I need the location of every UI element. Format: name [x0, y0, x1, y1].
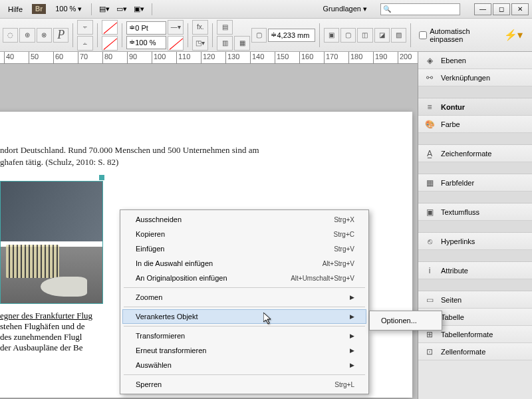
menu-item[interactable]: Verankertes Objekt▶ — [122, 309, 366, 324]
stroke-weight-input[interactable]: ≑ 0 Pt — [126, 21, 166, 35]
panel-item[interactable]: ▭Seiten — [418, 291, 532, 309]
corner-icon[interactable]: ◳▾ — [192, 36, 208, 51]
panel-label: Zellenformate — [441, 348, 485, 356]
workspace-switcher[interactable]: Grundlagen ▾ — [316, 5, 374, 13]
panel-icon: ⚯ — [424, 72, 436, 84]
arrange-icon[interactable]: ▣▾ — [132, 3, 146, 16]
tool-icon[interactable]: ◌ — [3, 28, 18, 43]
panel-item[interactable]: 🎨Farbe — [418, 116, 532, 133]
submenu-arrow-icon: ▶ — [350, 362, 354, 368]
control-toolbar: ◌ ⊕ ⊗ P ⫟ ⫠ ≑ 0 Pt ≑ 100 % —▾ fx. ◳▾ ▤ ▥… — [0, 19, 532, 52]
bridge-button[interactable]: Br — [32, 4, 46, 14]
horizontal-ruler: 4050607080901001101201301401501601701801… — [0, 52, 418, 64]
search-icon: 🔍 — [383, 5, 391, 13]
panel-item[interactable]: ⊡Zellenformate — [418, 343, 532, 360]
panel-label: Farbfelder — [441, 179, 474, 187]
panel-item[interactable]: ▣Textumfluss — [418, 203, 532, 221]
menu-item[interactable]: SperrenStrg+L — [122, 377, 366, 392]
panel-label: Kontur — [441, 103, 465, 111]
panel-icon: ▣ — [424, 206, 436, 218]
menu-item[interactable]: Erneut transformieren▶ — [122, 343, 366, 358]
panel-item[interactable]: ⚯Verknüpfungen — [418, 69, 532, 86]
panel-item[interactable]: iAttribute — [418, 262, 532, 279]
frame-fitting-input[interactable]: ≑ 4,233 mm — [268, 29, 315, 42]
panel-label: Zeichenformate — [441, 150, 491, 158]
panel-icon: ≡ — [424, 101, 436, 113]
panel-label: Tabelle — [441, 313, 464, 321]
effects-icon[interactable]: fx. — [192, 20, 208, 35]
menu-item[interactable]: AusschneidenStrg+X — [122, 212, 366, 227]
title-bar: Hilfe Br 100 % ▾ ▤▾ ▭▾ ▣▾ Grundlagen ▾ 🔍… — [0, 0, 532, 19]
context-menu: AusschneidenStrg+XKopierenStrg+CEinfügen… — [120, 209, 369, 394]
anchored-image-frame[interactable] — [0, 181, 103, 304]
search-input[interactable]: 🔍 — [380, 3, 460, 15]
p-icon[interactable]: P — [53, 28, 68, 43]
panel-icon: ▦ — [424, 177, 436, 189]
zoom-level[interactable]: 100 % ▾ — [50, 5, 87, 13]
panel-item[interactable]: ▦Farbfelder — [418, 174, 532, 192]
wrap-icon[interactable]: ▦ — [234, 36, 250, 51]
fit-icon[interactable]: ▨ — [391, 28, 406, 43]
fit-icon[interactable]: ◪ — [374, 28, 390, 43]
maximize-button[interactable]: ◻ — [493, 3, 510, 15]
fit-icon[interactable]: ◫ — [357, 28, 372, 43]
submenu-arrow-icon: ▶ — [350, 332, 354, 339]
panel-label: Ebenen — [441, 57, 466, 65]
align-icon[interactable]: ⫟ — [77, 20, 93, 35]
fit-frame-icon[interactable]: ▢ — [251, 28, 267, 43]
close-button[interactable]: ✕ — [511, 3, 529, 15]
minimize-button[interactable]: — — [474, 3, 491, 15]
menu-item-options[interactable]: Optionen... — [372, 313, 440, 328]
body-text[interactable]: ndort Deutschland. Rund 70.000 Menschen … — [0, 145, 399, 156]
panel-icon: ◈ — [424, 55, 436, 66]
submenu-arrow-icon: ▶ — [350, 294, 354, 301]
submenu-arrow-icon: ▶ — [350, 347, 354, 354]
panel-label: Hyperlinks — [441, 237, 475, 245]
tool-icon[interactable]: ⊕ — [19, 28, 35, 43]
wrap-icon[interactable]: ▥ — [217, 36, 233, 51]
autofit-checkbox[interactable] — [419, 31, 427, 39]
panel-icon: ▭ — [424, 294, 436, 306]
panel-label: Seiten — [441, 296, 462, 304]
menu-item[interactable]: Transformieren▶ — [122, 329, 366, 343]
panel-label: Farbe — [441, 120, 460, 128]
no-stroke-swatch[interactable] — [102, 36, 118, 51]
panel-label: Verknüpfungen — [441, 74, 490, 82]
screen-mode-icon[interactable]: ▭▾ — [114, 3, 129, 16]
menu-item[interactable]: EinfügenStrg+V — [122, 241, 366, 256]
body-text[interactable]: ghafen tätig. (Schulz, 2010: S. 82) — [0, 157, 399, 168]
tool-icon[interactable]: ⊗ — [37, 28, 52, 43]
autofit-label: Automatisch einpassen — [430, 27, 503, 43]
menu-item[interactable]: An Originalposition einfügenAlt+Umschalt… — [122, 271, 366, 285]
scale-input[interactable]: ≑ 100 % — [126, 36, 166, 49]
menu-item[interactable]: KopierenStrg+C — [122, 227, 366, 241]
none-icon[interactable] — [168, 36, 184, 51]
context-submenu: Optionen... — [369, 311, 442, 331]
preflight-icon[interactable]: ⚡▾ — [504, 29, 523, 41]
panel-icon: A̲ — [424, 148, 436, 160]
view-options-icon[interactable]: ▤▾ — [97, 3, 112, 16]
menu-item[interactable]: Auswählen▶ — [122, 358, 366, 372]
panel-label: Tabellenformate — [441, 331, 493, 338]
panel-icon: ⊡ — [424, 346, 436, 358]
fit-icon[interactable]: ▢ — [340, 28, 356, 43]
distribute-icon[interactable]: ⫠ — [77, 36, 93, 51]
fit-icon[interactable]: ▣ — [324, 28, 339, 43]
panel-item[interactable]: ≡Kontur — [418, 98, 532, 116]
panel-item[interactable]: ◈Ebenen — [418, 52, 532, 69]
wrap-icon[interactable]: ▤ — [217, 20, 233, 35]
panels-dock: ◈Ebenen⚯Verknüpfungen≡Kontur🎨FarbeA̲Zeic… — [418, 52, 532, 399]
submenu-arrow-icon: ▶ — [350, 313, 354, 320]
panel-label: Textumfluss — [441, 208, 479, 216]
panel-label: Attribute — [441, 267, 468, 275]
stroke-style-icon[interactable]: —▾ — [168, 20, 184, 35]
no-fill-swatch[interactable] — [102, 20, 118, 35]
panel-icon: i — [424, 265, 436, 277]
help-menu[interactable]: Hilfe — [3, 5, 28, 13]
panel-item[interactable]: ⎋Hyperlinks — [418, 233, 532, 250]
panel-item[interactable]: A̲Zeichenformate — [418, 145, 532, 162]
menu-item[interactable]: Zoomen▶ — [122, 290, 366, 305]
panel-icon: ⎋ — [424, 235, 436, 247]
menu-item[interactable]: In die Auswahl einfügenAlt+Strg+V — [122, 256, 366, 271]
panel-icon: 🎨 — [424, 118, 436, 130]
